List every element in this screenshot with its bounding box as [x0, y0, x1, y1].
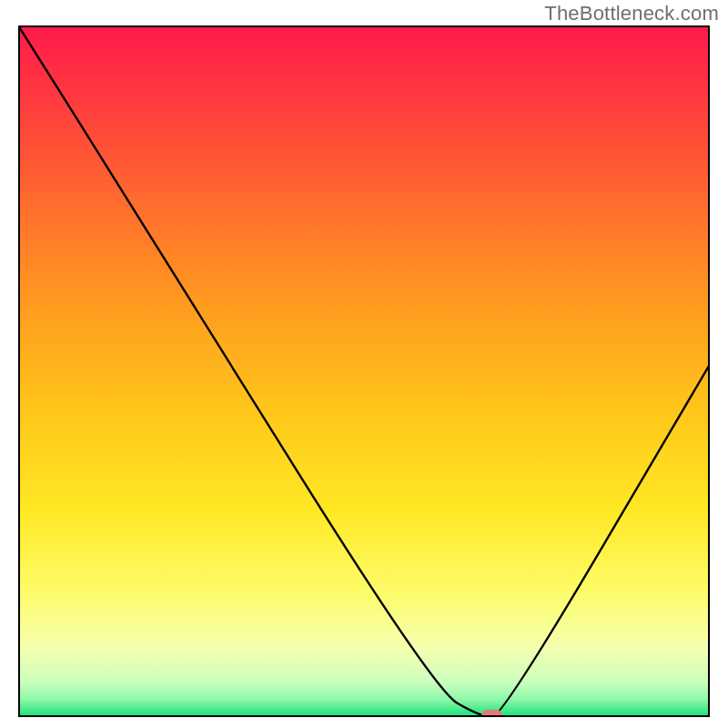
bottleneck-chart — [18, 25, 710, 717]
gradient-background — [18, 25, 710, 717]
watermark-text: TheBottleneck.com — [544, 2, 719, 25]
